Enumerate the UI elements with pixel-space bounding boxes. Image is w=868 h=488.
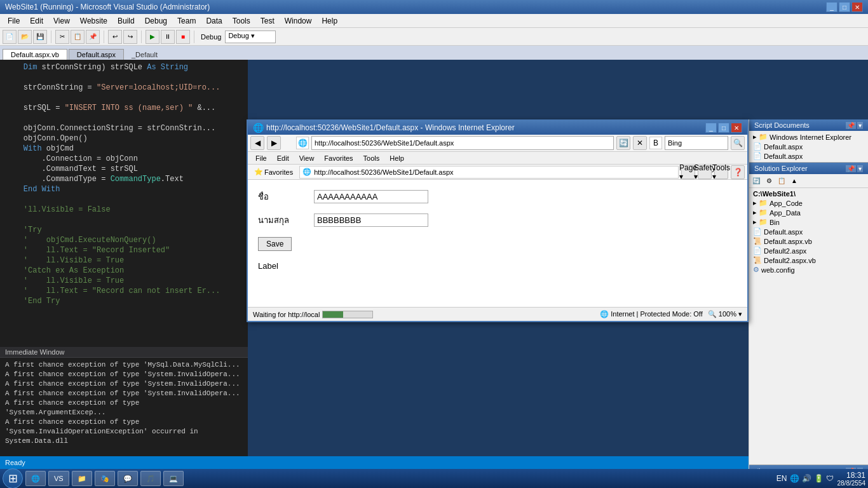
toolbar-separator-3 xyxy=(141,30,142,43)
code-line-1: Dim strConnString) strSQLe As String xyxy=(5,62,243,72)
taskbar-explorer-item[interactable]: 📁 xyxy=(72,471,92,486)
taskbar-item-6[interactable]: 🎵 xyxy=(140,471,161,486)
se-copy-button[interactable]: 📋 xyxy=(776,175,787,187)
ie-search-button[interactable]: 🔍 xyxy=(731,136,745,150)
menu-debug[interactable]: Debug xyxy=(140,15,172,27)
toolbar-undo[interactable]: ↩ xyxy=(108,30,122,44)
tab-default-aspx[interactable]: Default.aspx xyxy=(69,49,124,60)
se-props-button[interactable]: ⚙ xyxy=(763,175,775,187)
debug-mode-label: Debug xyxy=(198,33,224,41)
close-button[interactable]: ✕ xyxy=(851,2,863,12)
solution-explorer-title: Solution Explorer xyxy=(754,165,808,172)
tree-web-config[interactable]: ⚙ web.config xyxy=(752,265,865,274)
toolbar-separator-2 xyxy=(104,30,104,43)
ie-page-button[interactable]: Page ▾ xyxy=(681,165,695,179)
ie-refresh-button[interactable]: 🔄 xyxy=(616,136,630,150)
tree-default-aspx-1[interactable]: 📄 Default.aspx xyxy=(752,142,865,151)
app-data-expand-icon: ▸ xyxy=(753,208,757,217)
toolbar-stop[interactable]: ■ xyxy=(176,30,190,44)
ie-forward-button[interactable]: ▶ xyxy=(267,136,281,150)
ie-favorites-bar: ⭐ Favorites 🌐 http://localhost:50236/Web… xyxy=(248,165,747,180)
chevron-down-icon[interactable]: ▾ xyxy=(857,122,863,129)
app-code-expand-icon: ▸ xyxy=(753,199,757,207)
ie-menu-edit[interactable]: Edit xyxy=(272,154,294,163)
ie-menu-help[interactable]: Help xyxy=(384,154,409,163)
folder-icon: 📁 xyxy=(759,133,768,141)
maximize-button[interactable]: □ xyxy=(839,2,850,12)
menu-window[interactable]: Window xyxy=(280,15,317,27)
toolbar-save[interactable]: 💾 xyxy=(33,30,47,44)
taskbar-item-5[interactable]: 💬 xyxy=(118,471,138,486)
ie-name-input[interactable] xyxy=(314,190,428,203)
se-up-button[interactable]: ▲ xyxy=(789,175,800,187)
ie-surname-input[interactable] xyxy=(314,214,428,227)
menu-data[interactable]: Data xyxy=(201,15,227,27)
menu-team[interactable]: Team xyxy=(172,15,201,27)
toolbar-pause[interactable]: ⏸ xyxy=(161,30,175,44)
taskbar-item-4[interactable]: 🎭 xyxy=(95,471,115,486)
vs-taskbar-icon: VS xyxy=(54,475,64,482)
se-pin-icon[interactable]: 📌 xyxy=(846,165,856,172)
code-line-3: strConnString = "Server=localhost;UID=ro… xyxy=(5,83,243,93)
ie-help-button[interactable]: ❓ xyxy=(731,165,745,179)
start-button[interactable]: ⊞ xyxy=(3,468,23,488)
taskbar-item-7[interactable]: 💻 xyxy=(163,471,184,486)
taskbar-vs-item[interactable]: VS xyxy=(48,471,69,486)
menu-website[interactable]: Website xyxy=(75,15,112,27)
toolbar-copy[interactable]: 📋 xyxy=(71,30,85,44)
tree-default-aspx-vb[interactable]: 📜 Default.aspx.vb xyxy=(752,236,865,246)
ie-menu-file[interactable]: File xyxy=(250,154,272,163)
toolbar-cut[interactable]: ✂ xyxy=(55,30,69,44)
ie-zoom-level[interactable]: 🔍 100% ▾ xyxy=(708,310,742,318)
tree-app-data[interactable]: ▸ 📁 App_Data xyxy=(752,208,865,217)
ie-maximize-button[interactable]: □ xyxy=(718,123,729,133)
pin-icon[interactable]: 📌 xyxy=(846,122,856,129)
ie-menu-view[interactable]: View xyxy=(294,154,320,163)
ie-address-input[interactable] xyxy=(311,136,614,150)
tree-cwebsite[interactable]: C:\WebSite1\ xyxy=(752,189,865,198)
menu-file[interactable]: File xyxy=(3,15,25,27)
tab-default-aspx-vb[interactable]: Default.aspx.vb xyxy=(3,49,67,60)
tree-default2-aspx-vb[interactable]: 📜 Default2.aspx.vb xyxy=(752,255,865,265)
toolbar-start[interactable]: ▶ xyxy=(146,30,159,44)
tree-app-code[interactable]: ▸ 📁 App_Code xyxy=(752,198,865,208)
se-refresh-button[interactable]: 🔄 xyxy=(750,175,762,187)
toolbar-new[interactable]: 📄 xyxy=(3,30,17,44)
tree-default2-aspx[interactable]: 📄 Default2.aspx xyxy=(752,246,865,255)
ie-search-input[interactable] xyxy=(665,136,728,150)
debug-mode-dropdown[interactable]: Debug ▾ xyxy=(225,30,276,43)
ie-menu-tools[interactable]: Tools xyxy=(358,154,385,163)
iw-line-2: A first chance exception of type 'System… xyxy=(5,370,243,379)
ie-tools-button[interactable]: Tools ▾ xyxy=(714,165,728,179)
toolbar-redo[interactable]: ↪ xyxy=(123,30,137,44)
menu-edit[interactable]: Edit xyxy=(25,15,48,27)
ie-back-button[interactable]: ◀ xyxy=(250,136,264,150)
taskbar-icon-4: 🎭 xyxy=(100,475,109,483)
immediate-window-content[interactable]: A first chance exception of type 'MySql.… xyxy=(0,358,248,456)
ie-stop-button[interactable]: ✕ xyxy=(633,136,647,150)
ie-minimize-button[interactable]: _ xyxy=(705,123,717,133)
menu-help[interactable]: Help xyxy=(316,15,342,27)
tree-bin[interactable]: ▸ 📁 Bin xyxy=(752,217,865,227)
tree-default-aspx-2[interactable]: 📄 Default.aspx xyxy=(752,151,865,161)
menu-test[interactable]: Test xyxy=(255,15,280,27)
tree-default-aspx[interactable]: 📄 Default.aspx xyxy=(752,227,865,236)
toolbar-open[interactable]: 📂 xyxy=(18,30,32,44)
se-chevron-icon[interactable]: ▾ xyxy=(857,165,863,172)
minimize-button[interactable]: _ xyxy=(826,2,837,12)
taskbar-ie-item[interactable]: 🌐 xyxy=(25,471,46,486)
ie-favorites-button[interactable]: ⭐ Favorites xyxy=(250,167,297,177)
menu-view[interactable]: View xyxy=(48,15,75,27)
default-aspx-label: Default.aspx xyxy=(764,228,803,236)
toolbar-paste[interactable]: 📌 xyxy=(86,30,100,44)
ie-safety-button[interactable]: Safety ▾ xyxy=(698,165,712,179)
menu-tools[interactable]: Tools xyxy=(227,15,255,27)
tree-ie-item[interactable]: ▸ 📁 Windows Internet Explorer xyxy=(752,132,865,142)
breadcrumb[interactable]: _Default xyxy=(128,50,161,60)
ie-save-button[interactable]: Save xyxy=(258,237,292,251)
default2-aspx-icon: 📄 xyxy=(753,247,762,255)
web-config-icon: ⚙ xyxy=(753,266,759,274)
ie-close-button[interactable]: ✕ xyxy=(731,123,742,133)
menu-build[interactable]: Build xyxy=(112,15,140,27)
ie-menu-favorites[interactable]: Favorites xyxy=(319,154,358,163)
